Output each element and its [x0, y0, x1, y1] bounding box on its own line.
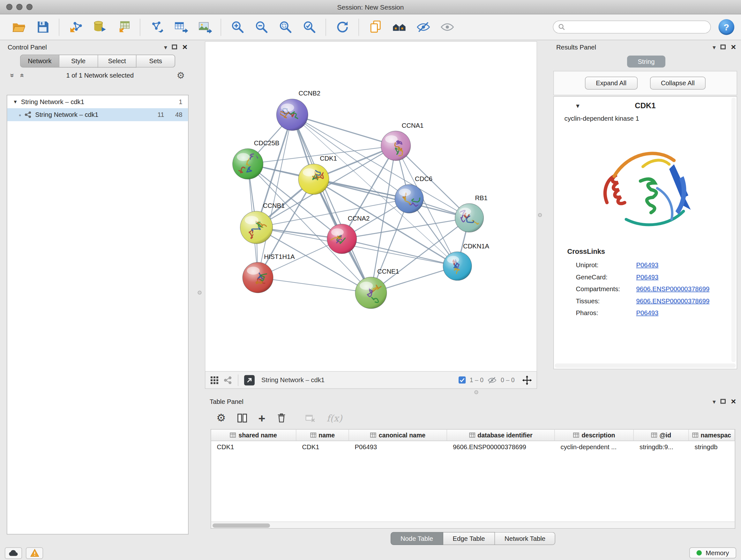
network-node-ccna1[interactable]: CCNA1 [381, 122, 423, 161]
disclosure-icon[interactable]: ▼ [575, 103, 581, 109]
network-node-rb1[interactable]: RB1 [455, 194, 488, 232]
crosslink-link[interactable]: P06493 [636, 261, 737, 269]
crosslink-link[interactable]: 9606.ENSP00000378699 [636, 298, 737, 305]
column-header-database-identifier[interactable]: database identifier [447, 430, 555, 441]
window-zoom-button[interactable] [26, 4, 33, 10]
zoom-selected-button[interactable] [297, 17, 321, 38]
cloud-status-button[interactable] [5, 547, 22, 559]
tab-style[interactable]: Style [59, 55, 98, 68]
splitter-handle[interactable] [475, 390, 478, 394]
cell-database-identifier[interactable]: 9606.ENSP00000378699 [447, 441, 555, 453]
table-horizontal-scrollbar[interactable] [211, 522, 735, 528]
network-node-cdc25b[interactable]: CDC25B [232, 139, 280, 179]
selected-checkbox-icon[interactable] [459, 376, 466, 384]
crosslink-link[interactable]: P06493 [636, 309, 737, 317]
splitter-handle[interactable] [538, 213, 542, 217]
open-session-button[interactable] [7, 17, 30, 38]
network-node-cdk1[interactable]: CDK1 [298, 155, 337, 194]
crosslink-link[interactable]: 9606.ENSP00000378699 [636, 286, 737, 293]
horizontal-scrollbar[interactable] [555, 364, 736, 368]
column-header-canonical-name[interactable]: canonical name [349, 430, 448, 441]
column-header-name[interactable]: name [296, 430, 349, 441]
pan-crosshair-icon[interactable] [522, 375, 532, 385]
panel-float-icon[interactable] [172, 45, 178, 50]
collapse-all-networks-icon[interactable]: » [9, 73, 17, 77]
network-row[interactable]: ● String Network – cdk1 11 48 [7, 108, 188, 121]
panel-menu-caret-icon[interactable]: ▾ [713, 44, 716, 51]
search-box[interactable] [553, 21, 711, 34]
window-close-button[interactable] [6, 4, 13, 10]
cell-shared-name[interactable]: CDK1 [211, 441, 296, 453]
first-neighbors-button[interactable] [387, 17, 411, 38]
cell-namespace[interactable]: stringdb [689, 441, 735, 453]
import-network-database-button[interactable] [88, 17, 112, 38]
export-table-button[interactable] [169, 17, 192, 38]
column-header-id[interactable]: @id [634, 430, 689, 441]
network-options-gear-icon[interactable]: ⚙ [177, 70, 185, 81]
zoom-out-button[interactable] [250, 17, 273, 38]
panel-close-icon[interactable]: ✕ [731, 43, 736, 51]
splitter-handle[interactable] [198, 291, 202, 295]
panel-close-icon[interactable]: ✕ [182, 43, 188, 51]
tab-network-table[interactable]: Network Table [495, 532, 555, 545]
scrollbar-thumb[interactable] [212, 523, 270, 528]
show-columns-icon[interactable] [237, 413, 248, 424]
column-header-description[interactable]: description [555, 430, 634, 441]
network-canvas[interactable]: CCNB2CCNA1CDC25BCDK1CDC6RB1CCNB1CCNA2CDK… [205, 41, 537, 372]
network-edge[interactable] [292, 115, 396, 145]
refresh-network-button[interactable] [330, 17, 354, 38]
show-all-button[interactable] [435, 17, 459, 38]
network-glyph-icon[interactable] [224, 376, 232, 384]
network-node-hist1h1a[interactable]: HIST1H1A [243, 253, 295, 293]
hidden-eye-slash-icon[interactable] [487, 375, 497, 385]
add-column-icon[interactable]: + [259, 414, 266, 423]
results-tab-string[interactable]: String [627, 56, 665, 68]
panel-menu-caret-icon[interactable]: ▾ [713, 398, 716, 405]
grid-icon[interactable] [210, 376, 219, 384]
collapse-all-button[interactable]: Collapse All [650, 77, 705, 90]
panel-close-icon[interactable]: ✕ [731, 397, 736, 405]
table-settings-gear-icon[interactable]: ⚙ [216, 412, 226, 424]
network-edge[interactable] [342, 239, 457, 266]
tab-node-table[interactable]: Node Table [390, 532, 443, 545]
window-minimize-button[interactable] [16, 4, 23, 10]
memory-button[interactable]: Memory [689, 548, 736, 559]
zoom-in-button[interactable] [226, 17, 250, 38]
network-collection-row[interactable]: ▼ String Network – cdk1 1 [7, 96, 188, 109]
table-row[interactable]: CDK1 CDK1 P06493 9606.ENSP00000378699 cy… [211, 441, 735, 453]
open-in-window-icon[interactable] [244, 375, 255, 385]
new-network-button[interactable] [145, 17, 169, 38]
cell-canonical-name[interactable]: P06493 [349, 441, 448, 453]
import-network-file-button[interactable] [64, 17, 88, 38]
cell-name[interactable]: CDK1 [296, 441, 349, 453]
network-node-ccnb2[interactable]: CCNB2 [276, 90, 320, 131]
crosslink-link[interactable]: P06493 [636, 273, 737, 281]
panel-menu-caret-icon[interactable]: ▾ [164, 44, 167, 51]
network-node-cdkn1a[interactable]: CDKN1A [443, 243, 489, 280]
hide-selected-button[interactable] [411, 17, 435, 38]
zoom-fit-button[interactable] [273, 17, 297, 38]
cell-description[interactable]: cyclin-dependent ... [555, 441, 634, 453]
copy-button[interactable] [363, 17, 387, 38]
column-header-shared-name[interactable]: shared name [211, 430, 296, 441]
panel-float-icon[interactable] [721, 399, 726, 404]
search-input[interactable] [568, 23, 706, 31]
tab-edge-table[interactable]: Edge Table [443, 532, 495, 545]
help-button[interactable]: ? [719, 19, 735, 35]
network-edge[interactable] [292, 115, 371, 293]
network-edge[interactable] [257, 115, 292, 227]
column-header-namespace[interactable]: namespac [689, 430, 735, 441]
panel-float-icon[interactable] [721, 45, 726, 50]
cell-id[interactable]: stringdb:9... [634, 441, 689, 453]
disclosure-icon[interactable]: ▼ [13, 99, 18, 105]
expand-all-button[interactable]: Expand All [585, 77, 637, 90]
delete-column-trash-icon[interactable] [276, 413, 287, 424]
warnings-button[interactable] [26, 547, 43, 559]
import-table-button[interactable] [112, 17, 136, 38]
vertical-scrollbar[interactable] [731, 98, 736, 362]
network-edge[interactable] [258, 277, 371, 293]
tab-network[interactable]: Network [20, 55, 59, 68]
export-image-button[interactable] [192, 17, 216, 38]
tab-sets[interactable]: Sets [137, 55, 175, 68]
tab-select[interactable]: Select [98, 55, 137, 68]
